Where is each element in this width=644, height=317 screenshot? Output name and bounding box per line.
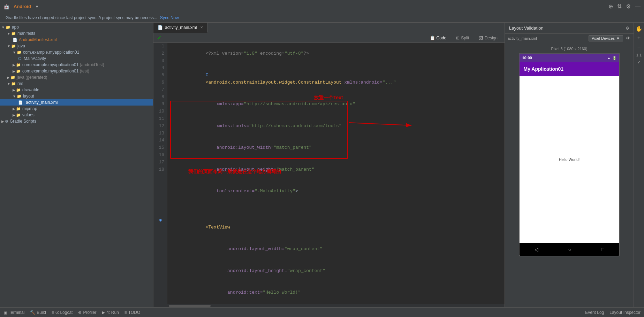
tree-item-app[interactable]: ▼ 📁 app	[0, 24, 153, 30]
folder-icon: 📁	[11, 31, 16, 36]
tree-item-drawable[interactable]: ▶ 📁 drawable	[0, 87, 153, 93]
phone-time: 10:00	[522, 56, 532, 60]
tree-label: layout	[23, 94, 34, 99]
tab-close-btn[interactable]: ✕	[200, 25, 203, 29]
code-line-8	[173, 202, 499, 210]
tree-label: java	[17, 44, 25, 48]
nav-icon-1[interactable]: ⊕	[608, 3, 613, 10]
tree-label: com.example.myapplication01	[23, 50, 79, 55]
phone-preview-container: Pixel 3 (1080 x 2160) 10:00 ▲ 🔋 My Appli…	[505, 43, 634, 307]
tree-item-activity-main-xml[interactable]: 📄 activity_main.xml	[0, 99, 153, 106]
pixel-devices-selector[interactable]: Pixel Devices ▼	[589, 35, 623, 41]
code-line-9: ◉ <TextView	[173, 209, 499, 238]
back-btn-icon: ◁	[535, 247, 538, 252]
expand-arrow: ▼	[7, 82, 10, 86]
zoom-panel: ✋ + − 1:1 ⤢	[634, 23, 644, 307]
code-editor-wrapper: 1234 5678 9101112 13141516 1718 <?xml ve…	[153, 43, 505, 304]
code-content[interactable]: <?xml version="1.0" encoding="utf-8"?> C…	[167, 43, 505, 304]
expand-icon[interactable]: ⤢	[637, 60, 641, 64]
tree-item-androidtest[interactable]: ▶ 📁 com.example.myapplication01 (android…	[0, 62, 153, 68]
tree-label: MainActivity	[24, 56, 46, 61]
tree-item-androidmanifest[interactable]: 📄 AndroidManifest.xml	[0, 37, 153, 43]
folder-icon: 📁	[10, 75, 15, 80]
tree-item-package[interactable]: ▼ 📁 com.example.myapplication01	[0, 49, 153, 55]
logcat-btn[interactable]: ≡ 6: Logcat	[52, 310, 73, 315]
eye-icon[interactable]: 👁	[626, 36, 631, 41]
tree-item-java[interactable]: ▼ 📁 java	[0, 43, 153, 49]
expand-arrow: ▼	[1, 25, 5, 29]
zoom-reset-icon[interactable]: 1:1	[636, 53, 642, 57]
editor-horizontal-scrollbar[interactable]	[153, 304, 505, 307]
event-log-btn[interactable]: Event Log	[585, 310, 604, 315]
profiler-btn[interactable]: ⊕ Profiler	[78, 310, 96, 315]
tree-item-res[interactable]: ▼ 📁 res	[0, 80, 153, 87]
project-sidebar: ▼ 📁 app ▼ 📁 manifests 📄 AndroidManifest.…	[0, 23, 153, 307]
tree-item-mainactivity[interactable]: C MainActivity	[0, 55, 153, 62]
expand-arrow: ▶	[13, 69, 15, 73]
tab-xml-icon: 📄	[158, 25, 163, 30]
folder-icon: 📁	[17, 50, 22, 55]
todo-btn[interactable]: ≡ TODO	[124, 310, 140, 315]
annotation-text-1: 放置一个Text	[314, 94, 343, 101]
settings-gear-icon[interactable]: ⚙	[626, 26, 629, 31]
build-btn[interactable]: 🔨 Build	[30, 310, 46, 315]
phone-app-toolbar: My Application01	[520, 62, 619, 76]
minimize-icon[interactable]: —	[635, 3, 641, 10]
zoom-out-icon[interactable]: −	[637, 44, 641, 50]
tree-label: AndroidManifest.xml	[19, 37, 57, 42]
tab-activity-main-xml[interactable]: 📄 activity_main.xml ✕	[153, 23, 207, 33]
expand-arrow: ▶	[13, 88, 15, 92]
sync-now-link[interactable]: Sync Now	[160, 15, 179, 20]
hand-tool-icon[interactable]: ✋	[636, 25, 643, 32]
recents-btn-icon: □	[601, 247, 604, 252]
phone-model-label: Pixel 3 (1080 x 2160)	[551, 47, 588, 51]
tree-item-manifests[interactable]: ▼ 📁 manifests	[0, 30, 153, 37]
tree-item-java-generated[interactable]: ▶ 📁 java (generated)	[0, 74, 153, 80]
notification-message: Gradle files have changed since last pro…	[6, 15, 157, 20]
phone-wrapper: Pixel 3 (1080 x 2160) 10:00 ▲ 🔋 My Appli…	[519, 47, 620, 256]
layout-validation-title: Layout Validation	[509, 25, 544, 31]
folder-icon: 📁	[11, 44, 16, 48]
tree-label: app	[12, 25, 19, 30]
file-tree: ▼ 📁 app ▼ 📁 manifests 📄 AndroidManifest.…	[0, 23, 153, 307]
layout-inspector-btn[interactable]: Layout Inspector	[609, 310, 641, 315]
expand-arrow: ▼	[13, 94, 16, 98]
scrollbar-thumb[interactable]	[169, 305, 211, 307]
code-btn[interactable]: 📋 Code	[426, 35, 450, 41]
code-editor[interactable]: 1234 5678 9101112 13141516 1718 <?xml ve…	[153, 43, 505, 304]
dropdown-icon[interactable]: ▼	[35, 5, 39, 9]
tree-item-mipmap[interactable]: ▶ 📁 mipmap	[0, 106, 153, 112]
settings-icon[interactable]: ⚙	[626, 3, 631, 10]
folder-icon: 📁	[17, 94, 22, 99]
gutter-icon-line9: ◉	[159, 217, 162, 224]
zoom-in-icon[interactable]: +	[637, 35, 641, 41]
terminal-btn[interactable]: ▣ Terminal	[3, 310, 24, 315]
xml-file-label: activity_main.xml	[508, 36, 537, 40]
expand-arrow: ▶	[13, 113, 15, 117]
code-line-5: android:layout_width="match_parent"	[173, 137, 499, 158]
tree-item-test[interactable]: ▶ 📁 com.example.myapplication01 (test)	[0, 68, 153, 74]
android-logo-icon: 🤖	[3, 4, 9, 9]
xml-icon: 📄	[13, 38, 17, 42]
nav-icon-2[interactable]: ⇅	[617, 3, 622, 10]
code-line-2: C <androidx.constraintlayout.widget.Cons…	[173, 64, 499, 93]
code-line-12: android:text="Hello World!"	[173, 282, 499, 303]
expand-arrow: ▼	[7, 44, 10, 48]
hello-world-text: Hello World!	[559, 157, 580, 162]
profiler-icon: ⊕	[78, 310, 82, 315]
todo-icon: ≡	[124, 310, 127, 315]
tree-item-layout[interactable]: ▼ 📁 layout	[0, 93, 153, 99]
split-btn[interactable]: ⊞ Split	[453, 35, 472, 41]
expand-arrow: ▶	[13, 63, 15, 67]
run-btn[interactable]: ▶ 4: Run	[102, 310, 119, 315]
logcat-icon: ≡	[52, 310, 54, 315]
expand-arrow: ▶	[7, 76, 10, 79]
tree-label: res	[17, 81, 23, 86]
tree-item-values[interactable]: ▶ 📁 values	[0, 112, 153, 118]
folder-icon: 📁	[16, 88, 21, 92]
design-btn[interactable]: 🖼 Design	[476, 35, 501, 41]
tree-item-gradle[interactable]: ▶ ⚙ Gradle Scripts	[0, 118, 153, 124]
tree-label: values	[22, 113, 35, 117]
phone-status-bar: 10:00 ▲ 🔋	[520, 54, 619, 62]
file-device-row: activity_main.xml Pixel Devices ▼ 👁	[505, 34, 634, 43]
